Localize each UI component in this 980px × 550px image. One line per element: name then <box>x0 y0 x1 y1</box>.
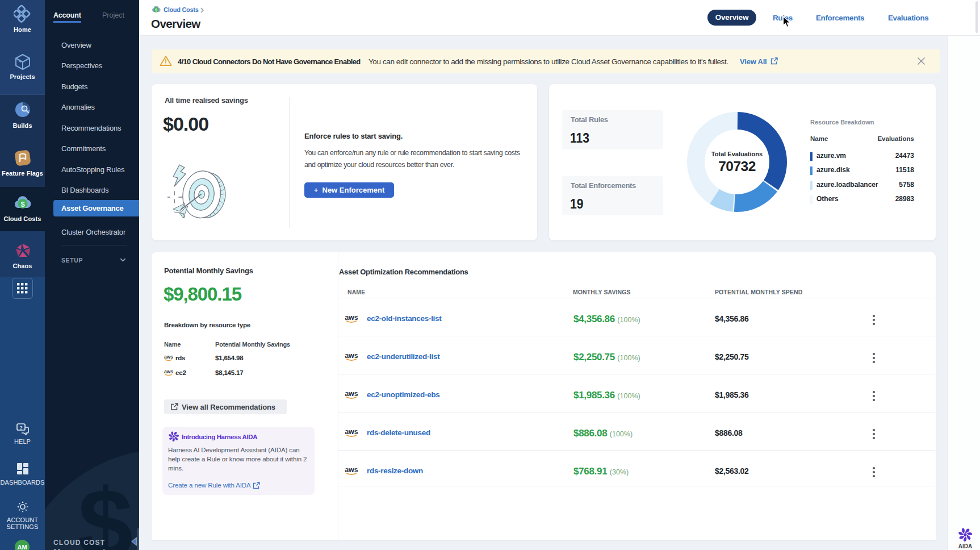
svg-text:aws: aws <box>345 314 358 322</box>
svg-text:$: $ <box>78 468 133 550</box>
svg-text:aws: aws <box>345 352 358 360</box>
svg-text:aws: aws <box>345 466 358 474</box>
svg-text:?: ? <box>19 425 23 431</box>
svg-text:aws: aws <box>164 369 173 374</box>
svg-text:aws: aws <box>164 355 173 360</box>
svg-text:$: $ <box>20 200 25 209</box>
svg-text:aws: aws <box>345 390 358 398</box>
svg-text:aws: aws <box>345 428 358 436</box>
